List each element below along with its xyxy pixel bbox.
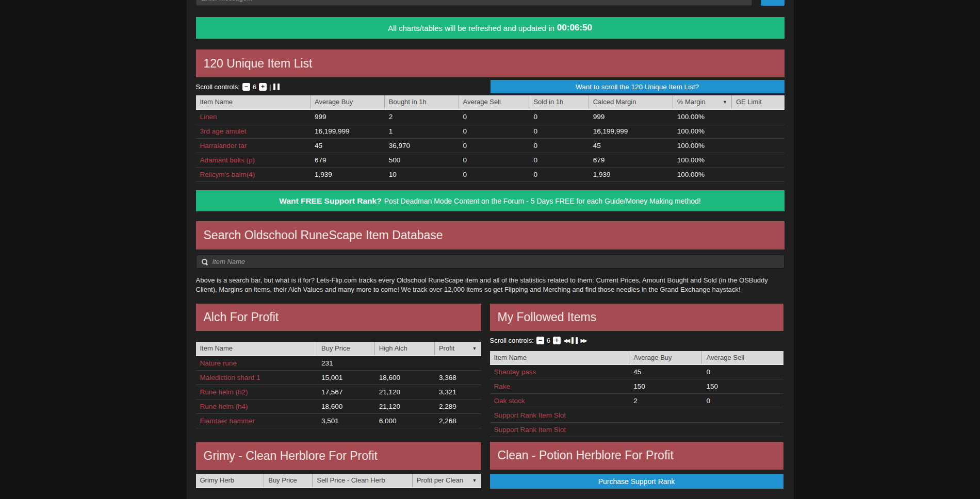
cell-sold-1h: 0 <box>529 113 589 121</box>
followed-toolbar: Scroll controls: − 6 + ◀◀ ▶▶ <box>490 336 783 345</box>
table-row: Support Rank Item Slot <box>490 423 783 437</box>
table-row: 3rd age amulet 16,199,999 1 0 0 16,199,9… <box>196 124 785 139</box>
cell-average-sell: 0 <box>459 156 530 164</box>
chat-message-input[interactable] <box>196 0 752 6</box>
alch-table-header: Item Name Buy Price High Alch Profit ▼ <box>196 342 481 356</box>
column-header-sold-1h: Sold in 1h <box>529 95 589 109</box>
table-row: Harralander tar 45 36,970 0 0 45 100.00% <box>196 139 785 153</box>
cell-pct-margin: 100.00% <box>673 171 732 178</box>
search-section-title: Search Oldschool RuneScape Item Database <box>204 228 443 242</box>
pct-margin-label: % Margin <box>677 98 706 106</box>
alch-title: Alch For Profit <box>204 310 279 324</box>
cell-calced-margin: 679 <box>589 156 673 164</box>
chat-bar: > <box>196 0 785 6</box>
item-link[interactable]: Nature rune <box>196 359 318 367</box>
scroll-controls-label: Scroll controls: <box>490 337 534 344</box>
rewind-icon[interactable]: ◀◀ <box>563 337 569 344</box>
cell-average-buy: 16,199,999 <box>311 127 385 135</box>
sort-caret-icon[interactable]: ▼ <box>472 476 477 485</box>
scroll-controls-separator: | <box>269 83 271 91</box>
pause-icon[interactable] <box>571 337 578 344</box>
support-rank-banner[interactable]: Want FREE Support Rank? Post Deadman Mod… <box>196 190 785 211</box>
scroll-speed-value: 6 <box>253 83 256 91</box>
cell-high-alch: 21,120 <box>375 388 435 396</box>
cell-average-sell: 150 <box>702 382 783 390</box>
cell-bought-1h: 10 <box>385 171 459 178</box>
item-link[interactable]: Flamtaer hammer <box>196 417 318 425</box>
table-row: Shantay pass 45 0 <box>490 365 783 379</box>
cell-average-buy: 45 <box>311 142 385 149</box>
column-header-profit-per-clean[interactable]: Profit per Clean ▼ <box>413 474 481 487</box>
cell-high-alch: 21,120 <box>375 403 435 410</box>
search-icon <box>201 258 208 265</box>
unique-list-table-header: Item Name Average Buy Bought in 1h Avera… <box>196 95 785 110</box>
fast-forward-icon[interactable]: ▶▶ <box>580 337 586 344</box>
item-link[interactable]: Rune helm (h2) <box>196 388 318 396</box>
support-rank-item-slot[interactable]: Support Rank Item Slot <box>490 411 630 419</box>
item-link[interactable]: Shantay pass <box>490 368 630 376</box>
column-header-item-name: Item Name <box>196 95 311 109</box>
item-link[interactable]: Malediction shard 1 <box>196 374 318 381</box>
scroll-unique-list-button[interactable]: Want to scroll the 120 Unique Item List? <box>491 80 785 93</box>
column-header-average-sell: Average Sell <box>459 95 530 109</box>
cell-buy-price: 17,567 <box>317 388 375 396</box>
profit-per-clean-label: Profit per Clean <box>417 476 463 484</box>
item-link[interactable]: Linen <box>196 113 311 121</box>
item-link[interactable]: Harralander tar <box>196 142 311 149</box>
refresh-countdown-banner: All charts/tables will be refreshed and … <box>196 17 785 39</box>
unique-list-heading: 120 Unique Item List <box>196 49 785 77</box>
column-header-item-name: Item Name <box>490 351 630 364</box>
clean-heading: Clean - Potion Herblore For Profit <box>490 442 783 470</box>
scroll-speed-plus-icon[interactable]: + <box>259 83 267 91</box>
item-link[interactable]: Adamant bolts (p) <box>196 156 311 164</box>
table-row: Support Rank Item Slot <box>490 408 783 423</box>
column-header-high-alch: High Alch <box>375 342 435 355</box>
column-header-pct-margin[interactable]: % Margin ▼ <box>673 95 732 109</box>
cell-average-sell: 0 <box>702 397 783 405</box>
left-column: Alch For Profit Item Name Buy Price High… <box>196 304 481 499</box>
table-row: Linen 999 2 0 0 999 100.00% <box>196 110 785 124</box>
cell-sold-1h: 0 <box>529 127 589 135</box>
item-link[interactable]: Oak stock <box>490 397 630 405</box>
grimy-heading: Grimy - Clean Herblore For Profit <box>196 442 481 470</box>
item-link[interactable]: 3rd age amulet <box>196 127 311 135</box>
item-link[interactable]: Rake <box>490 382 630 390</box>
table-row: Rune helm (h4) 18,600 21,120 2,289 <box>196 400 481 414</box>
cell-average-sell: 0 <box>459 142 530 149</box>
column-header-profit[interactable]: Profit ▼ <box>435 342 481 355</box>
right-column: My Followed Items Scroll controls: − 6 +… <box>490 304 783 489</box>
table-row: Nature rune 231 <box>196 356 481 371</box>
support-banner-text: Post Deadman Mode Content on the Forum -… <box>384 197 701 205</box>
profit-label: Profit <box>439 344 454 352</box>
support-rank-item-slot[interactable]: Support Rank Item Slot <box>490 426 630 434</box>
scroll-speed-minus-icon[interactable]: − <box>536 337 544 344</box>
cell-calced-margin: 1,939 <box>589 171 673 178</box>
pause-icon[interactable] <box>273 84 280 90</box>
cell-calced-margin: 999 <box>589 113 673 121</box>
table-row <box>196 488 481 499</box>
item-search-input[interactable] <box>213 258 779 265</box>
cell-buy-price: 18,600 <box>317 403 375 410</box>
sort-caret-icon[interactable]: ▼ <box>723 98 727 106</box>
sort-caret-icon[interactable]: ▼ <box>472 344 477 353</box>
item-link[interactable]: Relicym's balm(4) <box>196 171 311 178</box>
refresh-countdown: 00:06:50 <box>557 23 592 33</box>
purchase-support-rank-button[interactable]: Purchase Support Rank <box>490 474 783 489</box>
cell-pct-margin: 100.00% <box>673 142 732 149</box>
clean-title: Clean - Potion Herblore For Profit <box>498 448 674 462</box>
grimy-table: Grimy Herb Buy Price Sell Price - Clean … <box>196 474 481 499</box>
table-row: Malediction shard 1 15,001 18,600 3,368 <box>196 371 481 385</box>
scroll-speed-plus-icon[interactable]: + <box>553 337 561 344</box>
item-search-bar <box>196 255 785 269</box>
cell-bought-1h: 36,970 <box>385 142 459 149</box>
cell-average-sell: 0 <box>459 127 530 135</box>
chat-send-button[interactable]: > <box>761 0 785 6</box>
cell-high-alch: 18,600 <box>375 374 435 381</box>
column-header-bought-1h: Bought in 1h <box>385 95 459 109</box>
column-header-average-buy: Average Buy <box>629 351 702 364</box>
item-link[interactable]: Rune helm (h4) <box>196 403 318 410</box>
cell-calced-margin: 45 <box>589 142 673 149</box>
cell-average-buy: 679 <box>311 156 385 164</box>
followed-scroll-controls: Scroll controls: − 6 + ◀◀ ▶▶ <box>490 337 586 344</box>
scroll-speed-minus-icon[interactable]: − <box>242 83 250 91</box>
